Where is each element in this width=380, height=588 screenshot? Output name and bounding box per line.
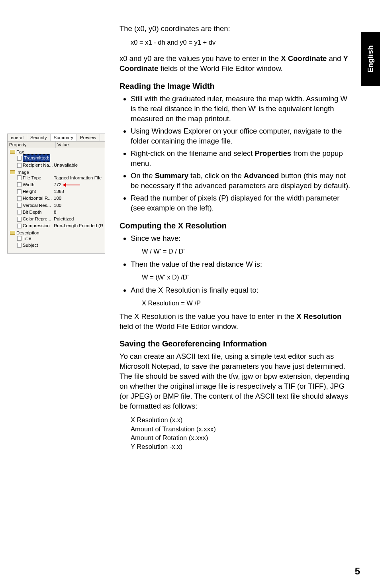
img-colorrep[interactable]: Color Repre...Palettized bbox=[17, 216, 103, 222]
value: 8 bbox=[54, 209, 103, 216]
text: field of the World File Editor window. bbox=[119, 322, 238, 330]
arrow-icon bbox=[63, 183, 80, 187]
folder-icon bbox=[10, 170, 15, 174]
value: 772 bbox=[54, 182, 61, 187]
img-vres[interactable]: Vertical Res...100 bbox=[17, 202, 103, 209]
label: Compression bbox=[23, 222, 50, 229]
x-coord-bold: X Coordinate bbox=[281, 54, 327, 63]
col-property: Property bbox=[8, 142, 55, 148]
label: Recipient Na... bbox=[23, 162, 53, 169]
page-icon bbox=[17, 182, 22, 187]
text: Right-click on the filename and select bbox=[131, 149, 255, 157]
panel-header: Property Value bbox=[8, 142, 105, 148]
page-icon bbox=[17, 217, 22, 222]
value: 1368 bbox=[54, 188, 103, 195]
computing-list-3: And the X Resolution is finally equal to… bbox=[119, 285, 355, 295]
value: Tagged Information File F bbox=[54, 175, 103, 181]
page-icon bbox=[17, 156, 22, 161]
img-compression[interactable]: CompressionRun-Length Encoded (RLI bbox=[17, 222, 103, 229]
saving-para: Yo can create an ASCII text file, using … bbox=[119, 352, 355, 411]
desc-subject[interactable]: Subject bbox=[17, 242, 103, 249]
label: Bit Depth bbox=[23, 209, 41, 216]
label: Color Repre... bbox=[23, 216, 51, 222]
fax-recipient[interactable]: Recipient Na...Unavailable bbox=[17, 162, 103, 169]
folder-icon bbox=[10, 231, 15, 235]
xres-bold: X Resolution bbox=[296, 312, 341, 321]
coord-formula: x0 = x1 - dh and y0 = y1 + dv bbox=[131, 38, 355, 47]
pencil-icon bbox=[17, 236, 22, 241]
computing-item-2: Then the value of the real distance W is… bbox=[131, 260, 355, 269]
reading-list: Still with the graduated ruler, measure … bbox=[119, 94, 355, 213]
text: The X Resolution is the value you have t… bbox=[119, 312, 296, 321]
properties-panel: eneral Security Summary Preview Property… bbox=[7, 134, 105, 254]
page-icon bbox=[17, 210, 22, 214]
value: 100 bbox=[54, 195, 103, 202]
folder-icon bbox=[10, 150, 15, 154]
group-fax-label[interactable]: Fax bbox=[10, 149, 103, 154]
page-icon bbox=[17, 196, 22, 201]
group-image: Image File TypeTagged Information File F… bbox=[10, 170, 103, 230]
img-bitdepth[interactable]: Bit Depth8 bbox=[17, 209, 103, 216]
language-label: English bbox=[366, 45, 375, 73]
reading-item-2: Using Windows Explorer on your office co… bbox=[131, 126, 355, 146]
group-description-label[interactable]: Description bbox=[10, 230, 103, 235]
desc-title[interactable]: Title bbox=[17, 235, 103, 242]
saving-heading: Saving the Georeferencing Information bbox=[119, 338, 355, 349]
tab-security[interactable]: Security bbox=[27, 134, 51, 141]
main-content: The (x0, y0) coordinates are then: x0 = … bbox=[119, 24, 355, 451]
computing-formula-1: W / W' = D / D' bbox=[142, 247, 355, 256]
saving-line-4: Y Resolution -x.x) bbox=[131, 442, 355, 451]
properties-bold: Properties bbox=[255, 149, 292, 157]
label: Title bbox=[23, 235, 31, 242]
properties-tabs: eneral Security Summary Preview bbox=[8, 134, 105, 142]
computing-heading: Computing the X Resolution bbox=[119, 220, 355, 231]
text: Description bbox=[16, 230, 39, 235]
advanced-bold: Advanced bbox=[244, 171, 279, 180]
page-icon bbox=[17, 163, 22, 168]
group-image-label[interactable]: Image bbox=[10, 170, 103, 175]
page-icon bbox=[17, 203, 22, 208]
text: x0 and y0 are the values you have to ent… bbox=[119, 54, 281, 63]
group-fax: Fax Transmitted: Recipient Na...Unavaila… bbox=[10, 149, 103, 169]
coord-explain: x0 and y0 are the values you have to ent… bbox=[119, 54, 355, 74]
label: Horizontal R... bbox=[23, 195, 52, 202]
img-hres[interactable]: Horizontal R...100 bbox=[17, 195, 103, 202]
label: Vertical Res... bbox=[23, 202, 51, 209]
saving-line-2: Amount of Translation (x.xxx) bbox=[131, 425, 355, 433]
reading-item-5: Read the number of pixels (P) displayed … bbox=[131, 193, 355, 213]
tab-summary[interactable]: Summary bbox=[51, 134, 77, 141]
reading-heading: Reading the Image Width bbox=[119, 81, 355, 92]
img-width[interactable]: Width772 bbox=[17, 181, 103, 188]
saving-line-3: Amount of Rotation (x.xxx) bbox=[131, 433, 355, 442]
computing-item-3: And the X Resolution is finally equal to… bbox=[131, 285, 355, 295]
page-icon bbox=[17, 224, 22, 228]
xres-para: The X Resolution is the value you have t… bbox=[119, 312, 355, 332]
reading-item-3: Right-click on the filename and select P… bbox=[131, 149, 355, 169]
fax-transmitted[interactable]: Transmitted: bbox=[17, 154, 103, 162]
text: On the bbox=[131, 171, 155, 180]
computing-formula-2: W = (W' x D) /D' bbox=[142, 273, 355, 281]
transmitted-label: Transmitted: bbox=[23, 154, 50, 162]
tab-preview[interactable]: Preview bbox=[77, 134, 100, 141]
img-filetype[interactable]: File TypeTagged Information File F bbox=[17, 175, 103, 181]
value: Unavailable bbox=[54, 162, 103, 169]
tab-general[interactable]: eneral bbox=[8, 134, 27, 141]
summary-bold: Summary bbox=[155, 171, 188, 180]
label: Height bbox=[23, 188, 36, 195]
reading-item-4: On the Summary tab, click on the Advance… bbox=[131, 171, 355, 191]
img-height[interactable]: Height1368 bbox=[17, 188, 103, 195]
page-icon bbox=[17, 189, 22, 194]
computing-formula-3: X Resolution = W /P bbox=[142, 299, 355, 307]
label: Subject bbox=[23, 242, 38, 249]
text: fields of the World File Editor window. bbox=[159, 64, 283, 73]
properties-tree: Fax Transmitted: Recipient Na...Unavaila… bbox=[8, 148, 105, 251]
reading-item-1: Still with the graduated ruler, measure … bbox=[131, 94, 355, 124]
text: tab, click on the bbox=[188, 171, 244, 180]
text: and bbox=[327, 54, 343, 63]
pencil-icon bbox=[17, 243, 22, 248]
page-icon bbox=[17, 175, 22, 180]
col-value: Value bbox=[55, 142, 105, 148]
text: Fax bbox=[16, 149, 24, 154]
value: Palettized bbox=[54, 216, 103, 222]
saving-line-1: X Resolution (x.x) bbox=[131, 415, 355, 424]
